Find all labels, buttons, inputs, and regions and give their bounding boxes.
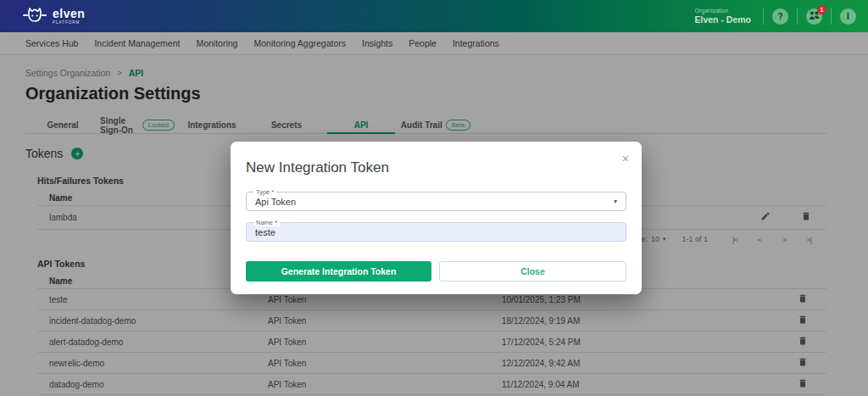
modal-title: New Integration Token [246, 159, 626, 176]
header-divider [831, 8, 832, 25]
organization-name: Elven - Demo [694, 14, 751, 25]
notification-badge: 1 [817, 5, 826, 14]
token-name-field: Name * [246, 222, 626, 242]
logo-subtext: PLATFORM [53, 21, 85, 25]
logo-text: elven [53, 8, 85, 20]
type-field-label: Type * [253, 188, 276, 196]
caret-down-icon: ▾ [614, 198, 617, 205]
organization-label: Organization [694, 8, 751, 14]
help-button[interactable]: ? [772, 8, 788, 25]
header-divider [763, 8, 764, 25]
token-name-input[interactable] [247, 223, 626, 241]
elven-logo[interactable]: elven PLATFORM [22, 6, 85, 26]
elven-mascot-icon [22, 6, 47, 26]
user-avatar[interactable]: I [840, 8, 856, 25]
help-icon: ? [777, 12, 782, 21]
type-field-value: Api Token [255, 197, 296, 207]
generate-integration-token-button[interactable]: Generate Integration Token [246, 261, 431, 282]
name-field-label: Name * [253, 219, 280, 226]
token-type-select[interactable]: Type * Api Token ▾ [246, 192, 626, 211]
modal-close-button[interactable]: × [622, 153, 629, 165]
notifications-button[interactable]: 1 [806, 8, 822, 25]
modal-close-secondary-button[interactable]: Close [439, 261, 626, 282]
header-divider [797, 8, 798, 25]
organization-selector[interactable]: Organization Elven - Demo [694, 8, 751, 25]
close-icon: × [622, 152, 629, 165]
app-header: elven PLATFORM Organization Elven - Demo… [0, 0, 868, 32]
new-integration-token-modal: × New Integration Token Type * Api Token… [231, 142, 642, 294]
avatar-initial: I [847, 12, 849, 21]
